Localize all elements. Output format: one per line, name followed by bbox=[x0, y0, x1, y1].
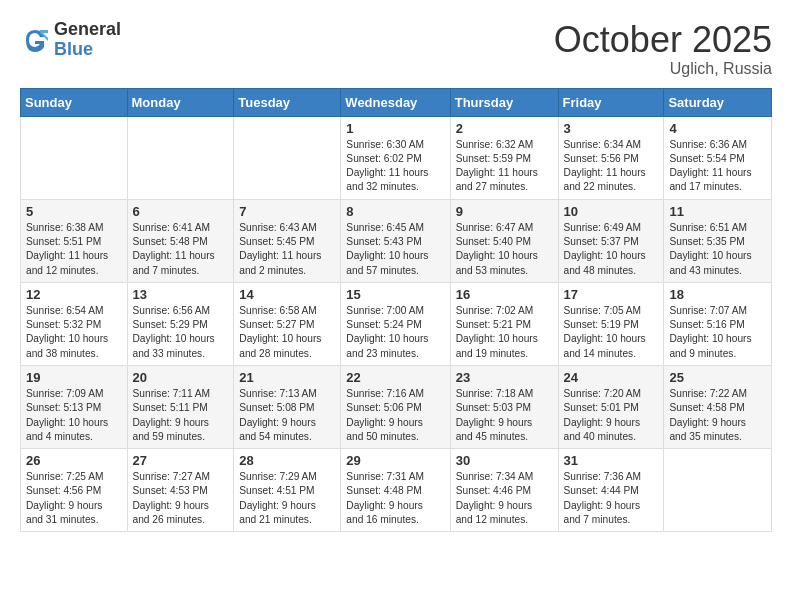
calendar-cell: 16Sunrise: 7:02 AM Sunset: 5:21 PM Dayli… bbox=[450, 282, 558, 365]
day-number: 3 bbox=[564, 121, 659, 136]
calendar-table: SundayMondayTuesdayWednesdayThursdayFrid… bbox=[20, 88, 772, 533]
calendar-cell: 4Sunrise: 6:36 AM Sunset: 5:54 PM Daylig… bbox=[664, 116, 772, 199]
calendar-cell: 25Sunrise: 7:22 AM Sunset: 4:58 PM Dayli… bbox=[664, 365, 772, 448]
day-info: Sunrise: 7:18 AM Sunset: 5:03 PM Dayligh… bbox=[456, 387, 553, 444]
day-info: Sunrise: 7:20 AM Sunset: 5:01 PM Dayligh… bbox=[564, 387, 659, 444]
day-number: 1 bbox=[346, 121, 444, 136]
week-row-3: 12Sunrise: 6:54 AM Sunset: 5:32 PM Dayli… bbox=[21, 282, 772, 365]
day-info: Sunrise: 6:34 AM Sunset: 5:56 PM Dayligh… bbox=[564, 138, 659, 195]
day-info: Sunrise: 6:38 AM Sunset: 5:51 PM Dayligh… bbox=[26, 221, 122, 278]
day-number: 5 bbox=[26, 204, 122, 219]
day-number: 15 bbox=[346, 287, 444, 302]
day-info: Sunrise: 6:58 AM Sunset: 5:27 PM Dayligh… bbox=[239, 304, 335, 361]
calendar-cell: 26Sunrise: 7:25 AM Sunset: 4:56 PM Dayli… bbox=[21, 449, 128, 532]
calendar-cell: 12Sunrise: 6:54 AM Sunset: 5:32 PM Dayli… bbox=[21, 282, 128, 365]
calendar-cell: 19Sunrise: 7:09 AM Sunset: 5:13 PM Dayli… bbox=[21, 365, 128, 448]
week-row-2: 5Sunrise: 6:38 AM Sunset: 5:51 PM Daylig… bbox=[21, 199, 772, 282]
calendar-body: 1Sunrise: 6:30 AM Sunset: 6:02 PM Daylig… bbox=[21, 116, 772, 532]
day-info: Sunrise: 6:45 AM Sunset: 5:43 PM Dayligh… bbox=[346, 221, 444, 278]
day-info: Sunrise: 6:47 AM Sunset: 5:40 PM Dayligh… bbox=[456, 221, 553, 278]
page-header: General Blue October 2025 Uglich, Russia bbox=[20, 20, 772, 78]
day-number: 11 bbox=[669, 204, 766, 219]
calendar-cell: 21Sunrise: 7:13 AM Sunset: 5:08 PM Dayli… bbox=[234, 365, 341, 448]
day-info: Sunrise: 7:00 AM Sunset: 5:24 PM Dayligh… bbox=[346, 304, 444, 361]
calendar-cell: 27Sunrise: 7:27 AM Sunset: 4:53 PM Dayli… bbox=[127, 449, 234, 532]
day-number: 17 bbox=[564, 287, 659, 302]
day-info: Sunrise: 7:13 AM Sunset: 5:08 PM Dayligh… bbox=[239, 387, 335, 444]
day-number: 12 bbox=[26, 287, 122, 302]
calendar-cell: 17Sunrise: 7:05 AM Sunset: 5:19 PM Dayli… bbox=[558, 282, 664, 365]
day-number: 29 bbox=[346, 453, 444, 468]
week-row-4: 19Sunrise: 7:09 AM Sunset: 5:13 PM Dayli… bbox=[21, 365, 772, 448]
calendar-cell: 2Sunrise: 6:32 AM Sunset: 5:59 PM Daylig… bbox=[450, 116, 558, 199]
calendar-cell: 23Sunrise: 7:18 AM Sunset: 5:03 PM Dayli… bbox=[450, 365, 558, 448]
day-number: 21 bbox=[239, 370, 335, 385]
day-info: Sunrise: 6:41 AM Sunset: 5:48 PM Dayligh… bbox=[133, 221, 229, 278]
calendar-cell: 7Sunrise: 6:43 AM Sunset: 5:45 PM Daylig… bbox=[234, 199, 341, 282]
day-info: Sunrise: 7:16 AM Sunset: 5:06 PM Dayligh… bbox=[346, 387, 444, 444]
calendar-cell bbox=[21, 116, 128, 199]
title-block: October 2025 Uglich, Russia bbox=[554, 20, 772, 78]
day-info: Sunrise: 7:02 AM Sunset: 5:21 PM Dayligh… bbox=[456, 304, 553, 361]
day-info: Sunrise: 6:30 AM Sunset: 6:02 PM Dayligh… bbox=[346, 138, 444, 195]
day-info: Sunrise: 7:31 AM Sunset: 4:48 PM Dayligh… bbox=[346, 470, 444, 527]
logo-general-text: General bbox=[54, 20, 121, 40]
calendar-cell: 24Sunrise: 7:20 AM Sunset: 5:01 PM Dayli… bbox=[558, 365, 664, 448]
logo: General Blue bbox=[20, 20, 121, 60]
calendar-cell: 20Sunrise: 7:11 AM Sunset: 5:11 PM Dayli… bbox=[127, 365, 234, 448]
calendar-cell: 22Sunrise: 7:16 AM Sunset: 5:06 PM Dayli… bbox=[341, 365, 450, 448]
day-info: Sunrise: 7:27 AM Sunset: 4:53 PM Dayligh… bbox=[133, 470, 229, 527]
calendar-cell bbox=[664, 449, 772, 532]
header-day-friday: Friday bbox=[558, 88, 664, 116]
header-day-sunday: Sunday bbox=[21, 88, 128, 116]
day-number: 16 bbox=[456, 287, 553, 302]
day-number: 18 bbox=[669, 287, 766, 302]
day-number: 9 bbox=[456, 204, 553, 219]
header-row: SundayMondayTuesdayWednesdayThursdayFrid… bbox=[21, 88, 772, 116]
header-day-wednesday: Wednesday bbox=[341, 88, 450, 116]
day-info: Sunrise: 6:54 AM Sunset: 5:32 PM Dayligh… bbox=[26, 304, 122, 361]
calendar-cell: 14Sunrise: 6:58 AM Sunset: 5:27 PM Dayli… bbox=[234, 282, 341, 365]
header-day-thursday: Thursday bbox=[450, 88, 558, 116]
day-number: 14 bbox=[239, 287, 335, 302]
day-number: 25 bbox=[669, 370, 766, 385]
day-info: Sunrise: 7:36 AM Sunset: 4:44 PM Dayligh… bbox=[564, 470, 659, 527]
calendar-cell: 15Sunrise: 7:00 AM Sunset: 5:24 PM Dayli… bbox=[341, 282, 450, 365]
day-number: 26 bbox=[26, 453, 122, 468]
day-info: Sunrise: 7:07 AM Sunset: 5:16 PM Dayligh… bbox=[669, 304, 766, 361]
day-number: 22 bbox=[346, 370, 444, 385]
calendar-cell: 11Sunrise: 6:51 AM Sunset: 5:35 PM Dayli… bbox=[664, 199, 772, 282]
day-info: Sunrise: 6:51 AM Sunset: 5:35 PM Dayligh… bbox=[669, 221, 766, 278]
calendar-cell: 9Sunrise: 6:47 AM Sunset: 5:40 PM Daylig… bbox=[450, 199, 558, 282]
day-number: 24 bbox=[564, 370, 659, 385]
week-row-5: 26Sunrise: 7:25 AM Sunset: 4:56 PM Dayli… bbox=[21, 449, 772, 532]
header-day-tuesday: Tuesday bbox=[234, 88, 341, 116]
week-row-1: 1Sunrise: 6:30 AM Sunset: 6:02 PM Daylig… bbox=[21, 116, 772, 199]
day-info: Sunrise: 6:56 AM Sunset: 5:29 PM Dayligh… bbox=[133, 304, 229, 361]
month-title: October 2025 bbox=[554, 20, 772, 60]
day-info: Sunrise: 7:05 AM Sunset: 5:19 PM Dayligh… bbox=[564, 304, 659, 361]
calendar-cell: 30Sunrise: 7:34 AM Sunset: 4:46 PM Dayli… bbox=[450, 449, 558, 532]
header-day-monday: Monday bbox=[127, 88, 234, 116]
day-number: 4 bbox=[669, 121, 766, 136]
calendar-cell: 8Sunrise: 6:45 AM Sunset: 5:43 PM Daylig… bbox=[341, 199, 450, 282]
day-number: 23 bbox=[456, 370, 553, 385]
day-info: Sunrise: 7:25 AM Sunset: 4:56 PM Dayligh… bbox=[26, 470, 122, 527]
logo-text: General Blue bbox=[54, 20, 121, 60]
calendar-cell: 29Sunrise: 7:31 AM Sunset: 4:48 PM Dayli… bbox=[341, 449, 450, 532]
day-number: 13 bbox=[133, 287, 229, 302]
day-number: 27 bbox=[133, 453, 229, 468]
day-number: 31 bbox=[564, 453, 659, 468]
day-number: 8 bbox=[346, 204, 444, 219]
logo-blue-text: Blue bbox=[54, 40, 121, 60]
calendar-cell: 1Sunrise: 6:30 AM Sunset: 6:02 PM Daylig… bbox=[341, 116, 450, 199]
day-number: 2 bbox=[456, 121, 553, 136]
calendar-cell: 18Sunrise: 7:07 AM Sunset: 5:16 PM Dayli… bbox=[664, 282, 772, 365]
location-text: Uglich, Russia bbox=[554, 60, 772, 78]
day-info: Sunrise: 7:22 AM Sunset: 4:58 PM Dayligh… bbox=[669, 387, 766, 444]
calendar-cell: 28Sunrise: 7:29 AM Sunset: 4:51 PM Dayli… bbox=[234, 449, 341, 532]
day-info: Sunrise: 7:09 AM Sunset: 5:13 PM Dayligh… bbox=[26, 387, 122, 444]
calendar-header: SundayMondayTuesdayWednesdayThursdayFrid… bbox=[21, 88, 772, 116]
day-number: 28 bbox=[239, 453, 335, 468]
calendar-cell: 3Sunrise: 6:34 AM Sunset: 5:56 PM Daylig… bbox=[558, 116, 664, 199]
